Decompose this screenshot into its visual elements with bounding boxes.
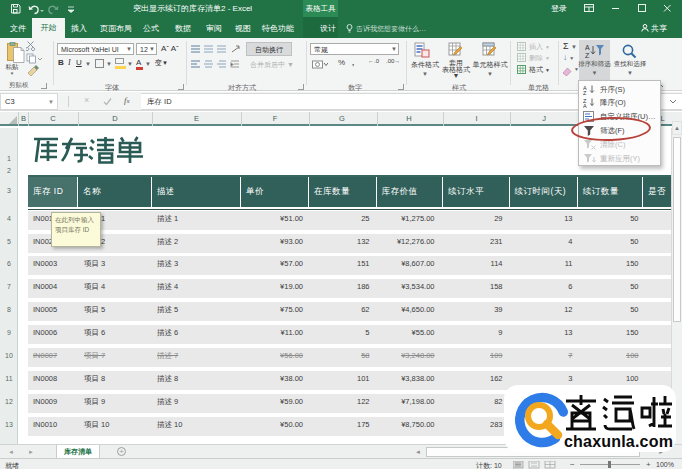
svg-text:A: A	[585, 44, 590, 51]
svg-text:A: A	[583, 103, 587, 108]
svg-text:Z: Z	[585, 52, 590, 58]
